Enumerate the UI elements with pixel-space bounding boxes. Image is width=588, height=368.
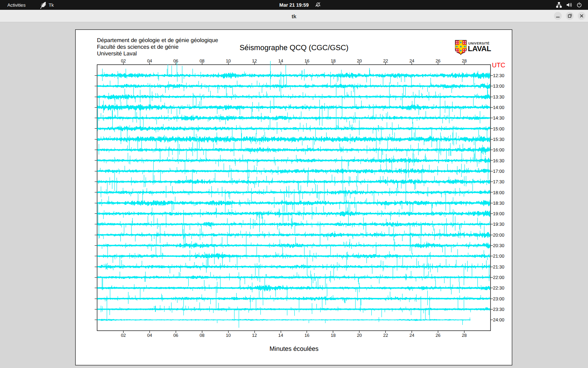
svg-text:10: 10 — [226, 59, 231, 63]
svg-text:18:00: 18:00 — [493, 190, 505, 195]
svg-text:22: 22 — [383, 59, 388, 63]
svg-text:15:30: 15:30 — [493, 137, 505, 142]
svg-text:19:00: 19:00 — [493, 211, 505, 216]
svg-text:Université Laval: Université Laval — [97, 51, 137, 57]
svg-text:12:30: 12:30 — [493, 73, 505, 78]
svg-text:02: 02 — [121, 59, 126, 63]
svg-text:12: 12 — [252, 59, 257, 63]
svg-text:13:00: 13:00 — [493, 83, 505, 89]
svg-text:04: 04 — [147, 59, 152, 63]
svg-text:Faculté des sciences et de gén: Faculté des sciences et de génie — [97, 44, 178, 50]
svg-text:21:00: 21:00 — [493, 253, 505, 259]
svg-text:18: 18 — [331, 59, 336, 63]
svg-text:14:30: 14:30 — [493, 115, 505, 121]
svg-text:23:30: 23:30 — [493, 307, 505, 312]
svg-text:06: 06 — [173, 333, 178, 338]
svg-text:22: 22 — [383, 333, 388, 338]
svg-text:24: 24 — [410, 333, 414, 338]
svg-text:02: 02 — [121, 333, 126, 338]
svg-text:24: 24 — [410, 59, 414, 63]
svg-text:13:30: 13:30 — [493, 94, 505, 100]
svg-text:20: 20 — [357, 59, 362, 63]
svg-text:16:00: 16:00 — [493, 147, 505, 152]
svg-text:15:00: 15:00 — [493, 126, 505, 131]
svg-text:21:30: 21:30 — [493, 264, 505, 270]
svg-text:LAVAL: LAVAL — [468, 45, 491, 53]
svg-text:22:30: 22:30 — [493, 285, 505, 291]
svg-text:Activities: Activities — [7, 2, 26, 8]
svg-text:08: 08 — [200, 333, 204, 338]
svg-text:17:30: 17:30 — [493, 179, 505, 184]
svg-text:26: 26 — [436, 333, 441, 338]
svg-text:28: 28 — [462, 59, 467, 63]
svg-text:18:30: 18:30 — [493, 200, 505, 206]
svg-text:06: 06 — [173, 59, 178, 63]
svg-text:23:00: 23:00 — [493, 296, 505, 301]
svg-text:14: 14 — [278, 333, 283, 338]
svg-text:14: 14 — [278, 59, 283, 63]
svg-text:16:30: 16:30 — [493, 158, 505, 163]
svg-text:26: 26 — [436, 59, 441, 63]
svg-text:20: 20 — [357, 333, 362, 338]
svg-text:Tk: Tk — [49, 2, 54, 8]
svg-text:28: 28 — [462, 333, 467, 338]
svg-text:08: 08 — [200, 59, 204, 63]
svg-text:Mar 21 19:59: Mar 21 19:59 — [279, 2, 309, 8]
svg-text:UTC: UTC — [492, 61, 505, 69]
svg-text:14:00: 14:00 — [493, 105, 505, 110]
svg-text:16: 16 — [304, 59, 309, 63]
svg-text:22:00: 22:00 — [493, 275, 505, 280]
svg-text:16: 16 — [304, 333, 309, 338]
svg-text:04: 04 — [147, 333, 152, 338]
svg-text:20:00: 20:00 — [493, 232, 505, 238]
svg-text:17:00: 17:00 — [493, 169, 505, 174]
svg-text:Séismographe QCQ (CGC/GSC): Séismographe QCQ (CGC/GSC) — [239, 43, 348, 52]
svg-text:Minutes écoulées: Minutes écoulées — [270, 345, 318, 352]
svg-text:19:30: 19:30 — [493, 222, 505, 227]
svg-text:20:30: 20:30 — [493, 243, 505, 248]
svg-text:Département de géologie et de: Département de géologie et de génie géol… — [97, 38, 218, 43]
svg-text:12: 12 — [252, 333, 257, 338]
svg-text:24:00: 24:00 — [493, 317, 505, 322]
svg-text:18: 18 — [331, 333, 336, 338]
svg-text:tk: tk — [292, 14, 296, 20]
svg-text:10: 10 — [226, 333, 231, 338]
